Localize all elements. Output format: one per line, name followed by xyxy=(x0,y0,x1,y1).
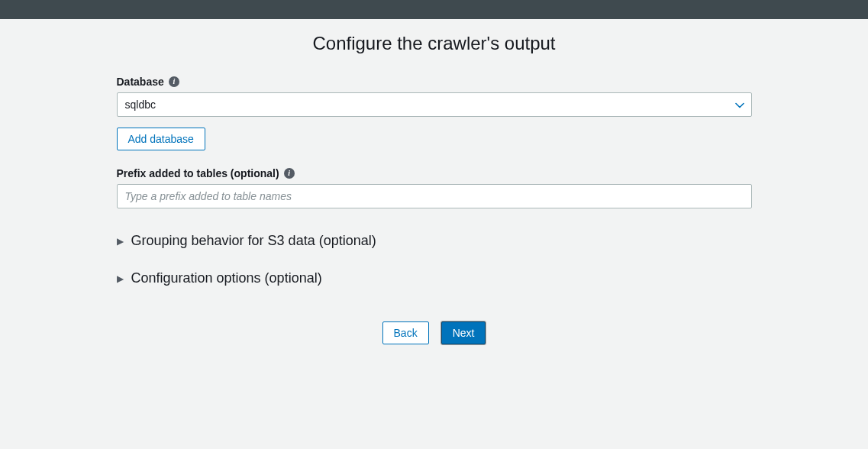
info-icon[interactable]: i xyxy=(169,76,179,87)
prefix-label-text: Prefix added to tables (optional) xyxy=(117,167,279,179)
grouping-behavior-section[interactable]: ▶ Grouping behavior for S3 data (optiona… xyxy=(117,233,752,249)
grouping-behavior-title: Grouping behavior for S3 data (optional) xyxy=(131,233,376,249)
add-database-button[interactable]: Add database xyxy=(117,128,205,150)
configuration-options-section[interactable]: ▶ Configuration options (optional) xyxy=(117,270,752,286)
caret-right-icon: ▶ xyxy=(117,236,124,247)
database-select-value[interactable]: sqldbc xyxy=(117,92,752,117)
back-button[interactable]: Back xyxy=(382,321,429,344)
prefix-section: Prefix added to tables (optional) i xyxy=(117,167,752,208)
page-title: Configure the crawler's output xyxy=(0,33,868,54)
form-content: Database i sqldbc Add database Prefix ad… xyxy=(117,76,752,344)
next-button[interactable]: Next xyxy=(441,321,486,344)
info-icon[interactable]: i xyxy=(284,168,295,179)
database-select[interactable]: sqldbc xyxy=(117,92,752,117)
prefix-label: Prefix added to tables (optional) i xyxy=(117,167,752,179)
database-label: Database i xyxy=(117,76,752,88)
prefix-input[interactable] xyxy=(117,184,752,208)
caret-right-icon: ▶ xyxy=(117,273,124,284)
configuration-options-title: Configuration options (optional) xyxy=(131,270,322,286)
database-label-text: Database xyxy=(117,76,164,88)
wizard-buttons: Back Next xyxy=(117,321,752,344)
top-navigation-bar xyxy=(0,0,868,19)
